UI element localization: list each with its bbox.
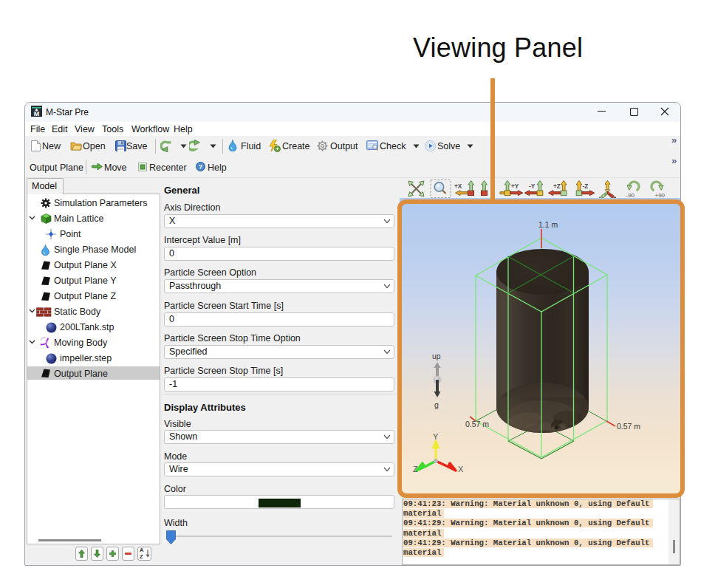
svg-text:-Y: -Y — [529, 183, 536, 190]
svg-text:M: M — [34, 110, 40, 117]
svg-text:-90: -90 — [626, 192, 635, 198]
svg-text:?: ? — [199, 163, 203, 171]
svg-text:+X: +X — [454, 183, 462, 190]
svg-text:-Z: -Z — [583, 183, 589, 190]
svg-text:+90: +90 — [655, 192, 666, 198]
svg-text:+Y: +Y — [511, 183, 519, 190]
svg-text:+Z: +Z — [553, 183, 561, 190]
